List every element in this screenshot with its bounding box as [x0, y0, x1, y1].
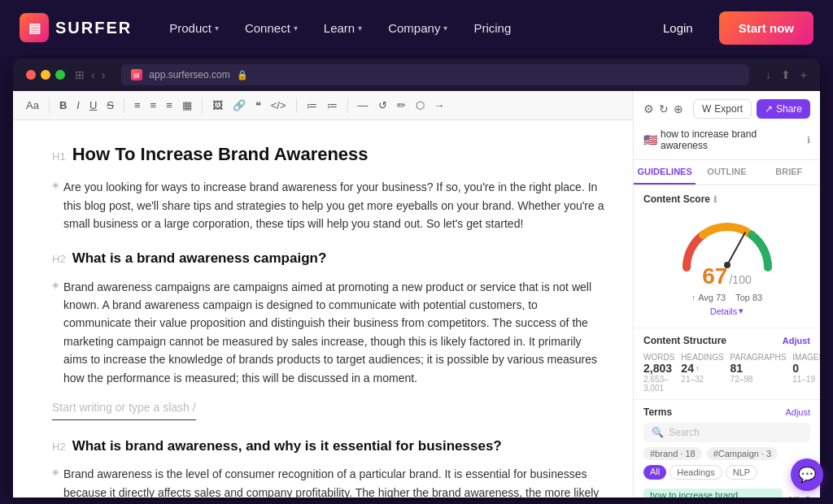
italic-button[interactable]: I	[73, 98, 83, 113]
headings-value: 24 ↑	[681, 362, 723, 375]
maximize-window-button[interactable]	[55, 70, 65, 80]
download-icon[interactable]: ↓	[765, 68, 771, 81]
filter-headings[interactable]: Headings	[669, 465, 722, 480]
heading-3: H2 What is brand awareness, and why is i…	[52, 435, 607, 457]
chevron-down-icon: ▾	[443, 24, 447, 33]
quote-button[interactable]: ❝	[252, 98, 264, 113]
list-item[interactable]: how to increase brand awareness1/1–3	[643, 486, 810, 497]
tag-campaign[interactable]: #Campaign · 3	[707, 447, 778, 460]
pencil-button[interactable]: ✏	[394, 98, 409, 113]
logo-text: SURFER	[55, 19, 132, 37]
score-total: /100	[729, 273, 751, 286]
nav-item-company[interactable]: Company ▾	[377, 15, 459, 41]
share-button[interactable]: ↗ Share	[757, 99, 810, 119]
paragraph-3: ◈ Brand awareness is the level of consum…	[52, 465, 607, 497]
score-value: 67	[702, 263, 727, 289]
underline-button[interactable]: U	[86, 98, 100, 113]
words-label: WORDS	[643, 353, 674, 362]
list-unordered-button[interactable]: ≔	[324, 98, 341, 113]
paragraphs-value: 81	[731, 362, 787, 375]
sidebar-icon-2[interactable]: ↻	[659, 102, 669, 115]
back-icon[interactable]: ‹	[91, 68, 95, 81]
list-ordered-button[interactable]: ≔	[303, 98, 321, 113]
start-now-button[interactable]: Start now	[719, 11, 813, 45]
undo-button[interactable]: ↺	[375, 98, 390, 113]
keyword-text: how to increase brand awareness	[661, 128, 804, 151]
toolbar-separator	[296, 98, 297, 113]
content-score-title: Content Score ℹ	[643, 193, 810, 205]
nav-item-pricing[interactable]: Pricing	[462, 15, 522, 41]
chevron-down-icon: ▾	[215, 24, 219, 33]
top-navigation: ▤ SURFER Product ▾ Connect ▾ Learn ▾ Com…	[0, 0, 833, 55]
close-window-button[interactable]	[26, 70, 36, 80]
sidebar-icon-1[interactable]: ⚙	[643, 102, 654, 115]
h2-marker: H2	[52, 251, 66, 268]
export-button[interactable]: W Export	[693, 99, 752, 119]
placeholder-line[interactable]: Start writing or type a slash /	[52, 395, 607, 420]
image-button[interactable]: 🖼	[209, 98, 226, 113]
nav-item-connect[interactable]: Connect ▾	[233, 15, 309, 41]
nav-item-learn[interactable]: Learn ▾	[312, 15, 373, 41]
para-text-3: Brand awareness is the level of consumer…	[63, 465, 607, 497]
terms-title: Terms	[643, 406, 672, 418]
tab-guidelines[interactable]: GUIDELINES	[634, 160, 696, 185]
editor-placeholder[interactable]: Start writing or type a slash /	[52, 395, 196, 420]
nav-item-product[interactable]: Product ▾	[158, 15, 230, 41]
justify-button[interactable]: ▦	[179, 98, 195, 113]
url-bar[interactable]: ▤ app.surferseo.com 🔒	[121, 64, 748, 85]
tab-outline[interactable]: OUTLINE	[696, 160, 757, 185]
traffic-lights	[26, 70, 65, 80]
gauge-container: 67 /100 ↑ Avg 73 Top 83	[643, 211, 810, 319]
minimize-window-button[interactable]	[41, 70, 50, 80]
h1-marker: H1	[52, 149, 66, 166]
logo[interactable]: ▤ SURFER	[20, 13, 132, 42]
align-left-button[interactable]: ≡	[131, 98, 144, 113]
info-icon[interactable]: ℹ	[807, 135, 810, 146]
share-icon[interactable]: ⬆	[781, 68, 791, 81]
link-button[interactable]: 🔗	[229, 98, 249, 113]
tab-brief[interactable]: BRIEF	[758, 160, 820, 185]
filter-nlp[interactable]: NLP	[726, 465, 757, 480]
svg-line-0	[727, 232, 745, 265]
new-tab-icon[interactable]: +	[800, 68, 807, 81]
details-link[interactable]: Details ▾	[710, 306, 744, 316]
para-marker-3: ◈	[52, 465, 59, 480]
strikethrough-button[interactable]: S	[103, 98, 117, 113]
login-button[interactable]: Login	[650, 15, 706, 41]
logo-icon: ▤	[20, 13, 49, 42]
chat-bubble[interactable]: 💬	[791, 458, 823, 491]
flag-icon: 🇺🇸	[643, 133, 657, 146]
font-size-button[interactable]: Aa	[23, 98, 42, 113]
terms-search[interactable]: 🔍 Search	[643, 423, 810, 442]
headings-label: HEADINGS	[681, 353, 723, 362]
score-display: 67 /100	[702, 263, 751, 289]
search-icon: 🔍	[652, 427, 664, 438]
sidebar-icon-3[interactable]: ⊕	[674, 102, 683, 115]
terms-adjust-button[interactable]: Adjust	[785, 407, 810, 417]
align-right-button[interactable]: ≡	[163, 98, 176, 113]
adjust-button[interactable]: Adjust	[783, 336, 810, 345]
browser-controls: ⊞ ‹ ›	[75, 68, 105, 81]
filter-all[interactable]: All	[643, 465, 666, 480]
code-button[interactable]: </>	[268, 98, 290, 113]
words-value: 2,803	[643, 362, 674, 375]
headings-up-icon: ↑	[696, 364, 700, 373]
minus-button[interactable]: —	[355, 98, 372, 113]
tag-brand[interactable]: #brand · 18	[643, 447, 702, 460]
paragraphs-label: PARAGRAPHS	[731, 353, 787, 362]
terms-section: Terms Adjust 🔍 Search #brand · 18 #Campa…	[634, 400, 820, 497]
heading-section: H1 How To Increase Brand Awareness ◈ Are…	[52, 140, 607, 232]
term-list: how to increase brand awareness1/1–3bran…	[643, 486, 810, 497]
h2-marker-2: H2	[52, 439, 66, 456]
highlight-button[interactable]: ⬡	[412, 98, 428, 113]
sidebar-header: ⚙ ↻ ⊕ W Export ↗ Share	[634, 91, 820, 160]
para-text-2: Brand awareness campaigns are campaigns …	[63, 278, 607, 387]
redo-button[interactable]: →	[431, 98, 448, 113]
heading-2: H2 What is a brand awareness campaign?	[52, 247, 607, 269]
forward-icon[interactable]: ›	[102, 68, 106, 81]
align-center-button[interactable]: ≡	[147, 98, 160, 113]
editor-content[interactable]: H1 How To Increase Brand Awareness ◈ Are…	[13, 120, 633, 497]
bold-button[interactable]: B	[56, 98, 70, 113]
chevron-down-icon: ▾	[358, 24, 362, 33]
info-icon-score[interactable]: ℹ	[713, 194, 717, 205]
